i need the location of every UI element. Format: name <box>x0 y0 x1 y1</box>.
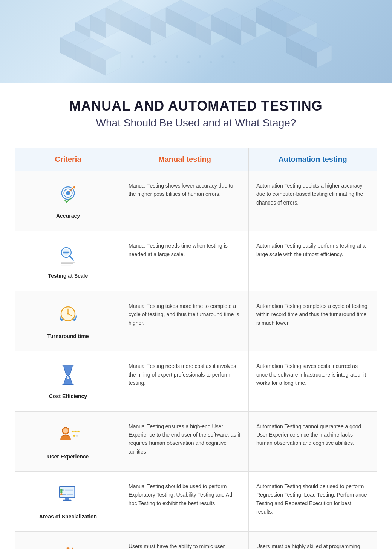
manual-cell-cost: Manual Testing needs more cost as it inv… <box>121 351 249 411</box>
criteria-label-ux: User Experience <box>47 452 89 461</box>
criteria-cell-turnaround: Turnaround time <box>15 291 121 351</box>
table-row: ★ ★ ★ ★ ★ User Experience Manual Testing… <box>15 411 377 471</box>
svg-point-97 <box>63 428 68 433</box>
svg-point-115 <box>60 493 63 495</box>
criteria-label-scale: Testing at Scale <box>48 272 88 280</box>
svg-point-65 <box>187 61 190 63</box>
svg-rect-119 <box>67 547 69 549</box>
svg-point-66 <box>199 55 201 58</box>
user-experience-icon: ★ ★ ★ ★ ★ <box>55 422 81 449</box>
svg-point-69 <box>233 61 235 63</box>
svg-point-61 <box>142 61 144 63</box>
accuracy-icon <box>55 181 81 208</box>
skills-icon <box>55 542 81 549</box>
criteria-label-cost: Cost Efficiency <box>49 392 87 400</box>
criteria-cell-accuracy: Accuracy <box>15 171 121 231</box>
automation-cell-turnaround: Automation Testing completes a cycle of … <box>249 291 377 351</box>
col-header-criteria: Criteria <box>15 148 121 171</box>
criteria-cell-skills: User Skills <box>15 532 121 549</box>
criteria-cell-ux: ★ ★ ★ ★ ★ User Experience <box>15 412 121 471</box>
col-header-manual: Manual testing <box>121 148 249 171</box>
table-row: Accuracy Manual Testing shows lower accu… <box>15 171 377 231</box>
automation-cell-skills: Users must be highly skilled at programm… <box>249 532 377 549</box>
table-row: User Skills Users must have the ability … <box>15 531 377 549</box>
table-header: Criteria Manual testing Automation testi… <box>15 148 377 171</box>
manual-cell-skills: Users must have the ability to mimic use… <box>121 532 249 549</box>
table-row: Areas of Specialization Manual Testing s… <box>15 471 377 531</box>
svg-point-94 <box>68 376 69 377</box>
manual-cell-scale: Manual Testing needs time when testing i… <box>121 231 249 291</box>
svg-rect-123 <box>70 547 75 549</box>
hero-banner <box>0 0 392 83</box>
manual-cell-ux: Manual Testing ensures a high-end User E… <box>121 412 249 471</box>
svg-point-60 <box>131 55 133 58</box>
col-header-automation: Automation testing <box>249 148 377 171</box>
automation-cell-cost: Automation Testing saves costs incurred … <box>249 351 377 411</box>
svg-point-113 <box>60 489 63 491</box>
manual-cell-specialization: Manual Testing should be used to perform… <box>121 472 249 531</box>
svg-rect-112 <box>63 500 72 501</box>
table-row: Turnaround time Manual Testing takes mor… <box>15 291 377 351</box>
manual-cell-accuracy: Manual Testing shows lower accuracy due … <box>121 171 249 231</box>
sub-title: What Should Be Used and at What Stage? <box>23 117 369 129</box>
automation-cell-scale: Automation Testing easily performs testi… <box>249 231 377 291</box>
svg-point-63 <box>165 61 167 63</box>
svg-point-114 <box>60 491 63 494</box>
svg-point-93 <box>67 376 68 377</box>
comparison-table: Criteria Manual testing Automation testi… <box>15 148 377 549</box>
criteria-cell-cost: $ Cost Efficiency <box>15 351 121 411</box>
automation-cell-accuracy: Automation Testing depicts a higher accu… <box>249 171 377 231</box>
svg-point-95 <box>67 377 69 378</box>
hero-decoration <box>0 0 392 83</box>
criteria-cell-scale: Testing at Scale <box>15 231 121 291</box>
automation-cell-ux: Automation Testing cannot guarantee a go… <box>249 412 377 471</box>
table-row: $ Cost Efficiency Manual Testing needs m… <box>15 351 377 411</box>
specialization-icon <box>55 482 81 509</box>
criteria-label-accuracy: Accuracy <box>56 212 80 220</box>
svg-line-80 <box>70 256 73 260</box>
automation-cell-specialization: Automation Testing should be used to per… <box>249 472 377 531</box>
criteria-label-specialization: Areas of Specialization <box>39 512 97 521</box>
scale-icon <box>55 241 81 268</box>
svg-point-64 <box>176 55 178 58</box>
main-title: MANUAL AND AUTOMATED TESTING <box>23 98 369 114</box>
svg-point-67 <box>210 61 212 63</box>
header-section: MANUAL AND AUTOMATED TESTING What Should… <box>0 83 392 137</box>
svg-point-62 <box>153 55 156 58</box>
criteria-cell-specialization: Areas of Specialization <box>15 472 121 531</box>
manual-cell-turnaround: Manual Testing takes more time to comple… <box>121 291 249 351</box>
turnaround-icon <box>55 302 81 328</box>
table-row: Testing at Scale Manual Testing needs ti… <box>15 231 377 291</box>
svg-text:★: ★ <box>75 434 78 438</box>
cost-icon: $ <box>55 362 81 388</box>
svg-point-68 <box>221 55 224 58</box>
svg-text:★: ★ <box>77 430 80 434</box>
criteria-label-turnaround: Turnaround time <box>47 332 89 340</box>
